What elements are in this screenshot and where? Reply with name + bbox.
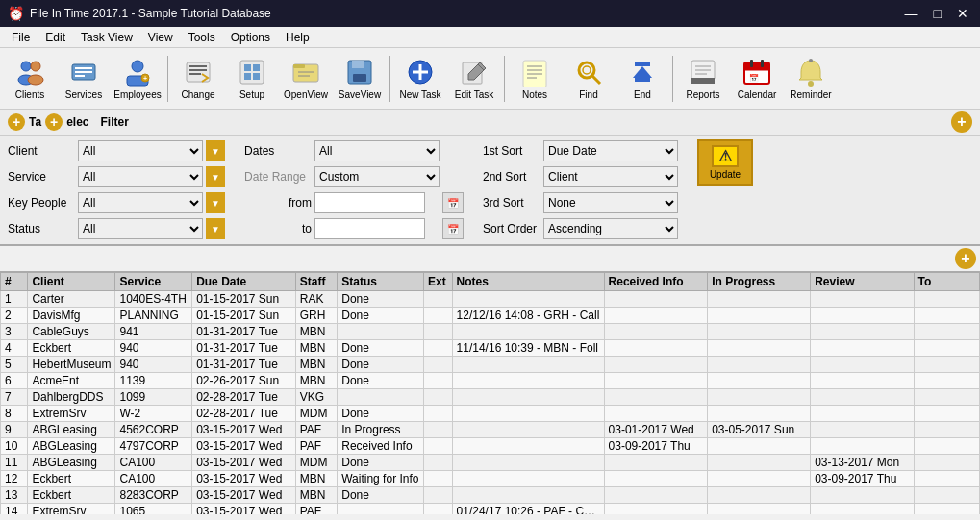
client-arrow-btn[interactable]: ▼ — [206, 140, 225, 161]
newtask-button[interactable]: New Task — [394, 52, 446, 106]
saveview-button[interactable]: SaveView — [334, 52, 386, 106]
dates-select[interactable]: All — [314, 140, 440, 161]
col-received[interactable]: Received Info — [604, 273, 708, 291]
col-client[interactable]: Client — [28, 273, 115, 291]
table-row[interactable]: 2DavisMfgPLANNING01-15-2017 SunGRHDone12… — [1, 308, 980, 324]
col-to[interactable]: To — [914, 273, 980, 291]
table-row[interactable]: 11ABGLeasingCA10003-15-2017 WedMDMDone03… — [1, 455, 980, 471]
cell-10 — [811, 422, 914, 438]
keypeople-select[interactable]: All — [78, 192, 203, 213]
table-row[interactable]: 5HebertMuseum94001-31-2017 TueMBNDone — [1, 357, 980, 373]
cell-4: MBN — [295, 340, 338, 357]
cell-7: 11/14/16 10:39 - MBN - Foll — [452, 340, 604, 357]
setup-button[interactable]: Setup — [226, 52, 278, 106]
sortorder-label: Sort Order — [483, 222, 540, 235]
cell-8 — [604, 373, 708, 389]
minimize-button[interactable]: — — [901, 6, 922, 21]
end-button[interactable]: End — [616, 52, 668, 106]
client-select[interactable]: All — [78, 140, 203, 161]
table-row[interactable]: 8ExtremSrvW-202-28-2017 TueMDMDone — [1, 406, 980, 422]
cell-3: 03-15-2017 Wed — [192, 422, 296, 438]
sortorder-select[interactable]: Ascending Descending — [543, 218, 678, 239]
menu-tools[interactable]: Tools — [181, 29, 223, 46]
separator-2 — [389, 56, 390, 102]
cell-10 — [811, 324, 914, 340]
svg-text:+: + — [143, 75, 147, 82]
table-row[interactable]: 1Carter1040ES-4TH01-15-2017 SunRAKDone — [1, 291, 980, 308]
menu-taskview[interactable]: Task View — [73, 29, 140, 46]
menu-options[interactable]: Options — [223, 29, 278, 46]
daterange-select[interactable]: Custom — [314, 166, 440, 187]
cell-6 — [424, 324, 453, 340]
keypeople-arrow-btn[interactable]: ▼ — [206, 192, 225, 213]
openview-button[interactable]: OpenView — [280, 52, 332, 106]
table-row[interactable]: 10ABGLeasing4797CORP03-15-2017 WedPAFRec… — [1, 438, 980, 455]
cell-9 — [708, 340, 811, 357]
col-service[interactable]: Service — [115, 273, 192, 291]
edittask-button[interactable]: Edit Task — [448, 52, 500, 106]
reminder-button[interactable]: Reminder — [785, 52, 837, 106]
cell-11 — [914, 504, 980, 515]
close-button[interactable]: ✕ — [953, 6, 972, 21]
svg-rect-17 — [244, 64, 251, 71]
service-arrow-btn[interactable]: ▼ — [206, 166, 225, 187]
col-inprogress[interactable]: In Progress — [708, 273, 811, 291]
clients-button[interactable]: Clients — [4, 52, 56, 106]
col-ext[interactable]: Ext — [424, 273, 453, 291]
grid-plus-btn[interactable]: + — [955, 248, 976, 269]
secondsort-select[interactable]: Client Due Date None — [543, 166, 678, 187]
calendar-button[interactable]: 📅 Calendar — [731, 52, 783, 106]
employees-button[interactable]: + Employees — [112, 52, 163, 106]
table-row[interactable]: 9ABGLeasing4562CORP03-15-2017 WedPAFIn P… — [1, 422, 980, 438]
data-grid[interactable]: # Client Service Due Date Staff Status E… — [0, 272, 980, 514]
col-review[interactable]: Review — [811, 273, 914, 291]
find-button[interactable]: Find — [563, 52, 615, 106]
maximize-button[interactable]: □ — [930, 6, 945, 21]
table-row[interactable]: 12EckbertCA10003-15-2017 WedMBNWaiting f… — [1, 471, 980, 487]
to-cal-btn[interactable]: 📅 — [442, 218, 464, 239]
cell-2: CA100 — [115, 471, 192, 487]
from-input[interactable] — [314, 192, 425, 213]
cell-9: 03-05-2017 Sun — [708, 422, 811, 438]
from-label: from — [244, 196, 312, 210]
elec-plus-btn[interactable]: + — [45, 113, 63, 131]
from-cal-btn[interactable]: 📅 — [442, 192, 464, 213]
table-row[interactable]: 4Eckbert94001-31-2017 TueMBNDone11/14/16… — [1, 340, 980, 357]
notes-button[interactable]: Notes — [509, 52, 561, 106]
svg-rect-13 — [189, 65, 207, 67]
col-staff[interactable]: Staff — [295, 273, 338, 291]
table-row[interactable]: 14ExtremSrv106503-15-2017 WedPAF01/24/17… — [1, 504, 980, 515]
menu-view[interactable]: View — [140, 29, 181, 46]
cell-10 — [811, 291, 914, 308]
service-select[interactable]: All — [78, 166, 203, 187]
services-button[interactable]: Services — [58, 52, 110, 106]
firstsort-select[interactable]: Due Date Client None — [543, 140, 678, 161]
table-row[interactable]: 13Eckbert8283CORP03-15-2017 WedMBNDone — [1, 487, 980, 504]
thirdsort-select[interactable]: None Client Due Date — [543, 192, 678, 213]
menu-help[interactable]: Help — [278, 29, 317, 46]
table-row[interactable]: 3CableGuys94101-31-2017 TueMBN — [1, 324, 980, 340]
col-notes[interactable]: Notes — [452, 273, 604, 291]
menu-edit[interactable]: Edit — [38, 29, 73, 46]
svg-marker-42 — [633, 66, 652, 78]
filter-plus-btn[interactable]: + — [951, 111, 972, 133]
status-arrow-btn[interactable]: ▼ — [206, 218, 225, 239]
cell-2: 4562CORP — [115, 422, 192, 438]
cell-8 — [604, 308, 708, 324]
cell-3: 02-28-2017 Tue — [192, 406, 296, 422]
col-status[interactable]: Status — [338, 273, 424, 291]
table-row[interactable]: 6AcmeEnt113902-26-2017 SunMBNDone — [1, 373, 980, 389]
cell-11 — [914, 308, 980, 324]
update-button[interactable]: ⚠ Update — [697, 139, 753, 186]
change-button[interactable]: Change — [172, 52, 224, 106]
cell-0: 2 — [1, 308, 28, 324]
task-select-plus-btn[interactable]: + — [8, 113, 25, 131]
clients-icon — [14, 57, 45, 87]
col-duedate[interactable]: Due Date — [192, 273, 296, 291]
col-num[interactable]: # — [1, 273, 28, 291]
table-row[interactable]: 7DahlbergDDS109902-28-2017 TueVKG — [1, 389, 980, 406]
menu-file[interactable]: File — [4, 29, 38, 46]
to-input[interactable] — [314, 218, 425, 239]
status-select[interactable]: All — [78, 218, 203, 239]
reports-button[interactable]: Reports — [677, 52, 729, 106]
